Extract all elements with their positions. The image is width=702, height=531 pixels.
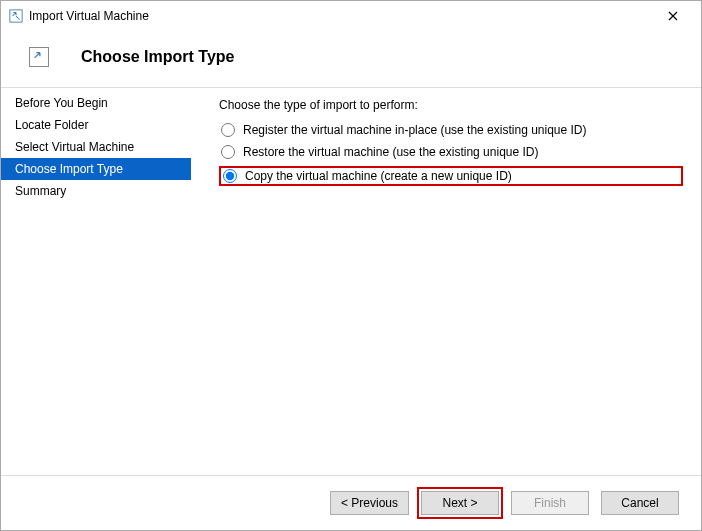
titlebar: Import Virtual Machine <box>1 1 701 31</box>
step-select-virtual-machine[interactable]: Select Virtual Machine <box>1 136 191 158</box>
close-button[interactable] <box>653 1 693 31</box>
wizard-body: Before You Begin Locate Folder Select Vi… <box>1 87 701 476</box>
option-restore[interactable]: Restore the virtual machine (use the exi… <box>219 144 683 160</box>
label-copy[interactable]: Copy the virtual machine (create a new u… <box>245 169 512 183</box>
step-summary[interactable]: Summary <box>1 180 191 202</box>
page-title: Choose Import Type <box>81 48 235 66</box>
radio-register-in-place[interactable] <box>221 123 235 137</box>
cancel-button[interactable]: Cancel <box>601 491 679 515</box>
step-choose-import-type[interactable]: Choose Import Type <box>1 158 191 180</box>
app-icon <box>9 9 23 23</box>
import-icon <box>29 47 49 67</box>
label-register-in-place[interactable]: Register the virtual machine in-place (u… <box>243 123 587 137</box>
radio-copy[interactable] <box>223 169 237 183</box>
option-copy[interactable]: Copy the virtual machine (create a new u… <box>219 166 683 186</box>
finish-button[interactable]: Finish <box>511 491 589 515</box>
wizard-header: Choose Import Type <box>1 31 701 87</box>
radio-restore[interactable] <box>221 145 235 159</box>
next-button[interactable]: Next > <box>421 491 499 515</box>
option-register-in-place[interactable]: Register the virtual machine in-place (u… <box>219 122 683 138</box>
wizard-footer: < Previous Next > Finish Cancel <box>1 476 701 530</box>
wizard-steps-sidebar: Before You Begin Locate Folder Select Vi… <box>1 88 191 475</box>
import-type-prompt: Choose the type of import to perform: <box>219 98 683 112</box>
previous-button[interactable]: < Previous <box>330 491 409 515</box>
step-before-you-begin[interactable]: Before You Begin <box>1 92 191 114</box>
wizard-content: Choose the type of import to perform: Re… <box>191 88 701 475</box>
label-restore[interactable]: Restore the virtual machine (use the exi… <box>243 145 538 159</box>
window-title: Import Virtual Machine <box>29 9 149 23</box>
wizard-window: Import Virtual Machine Choose Import Typ… <box>0 0 702 531</box>
step-locate-folder[interactable]: Locate Folder <box>1 114 191 136</box>
import-type-options: Register the virtual machine in-place (u… <box>219 122 683 186</box>
